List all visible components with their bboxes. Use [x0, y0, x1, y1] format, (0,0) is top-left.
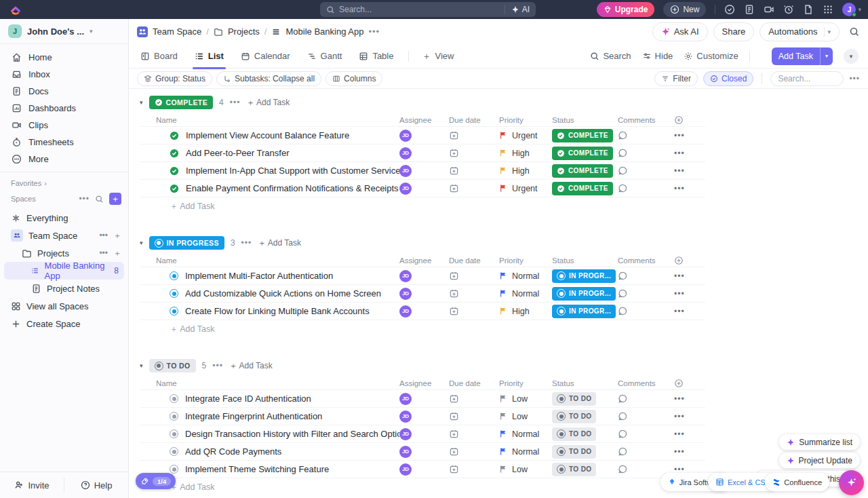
favorites-section[interactable]: Favorites › — [0, 172, 128, 189]
customize-button[interactable]: Customize — [684, 51, 738, 61]
columns-chip[interactable]: Columns — [326, 71, 382, 86]
task-row[interactable]: Implement Multi-Factor AuthenticationJDN… — [140, 267, 705, 285]
assignee-avatar[interactable]: JD — [399, 393, 412, 405]
comments-icon[interactable] — [618, 288, 674, 299]
column-header-due-date[interactable]: Due date — [449, 116, 499, 124]
group-collapse-icon[interactable]: ▾ — [140, 362, 143, 369]
clickup-logo-icon[interactable] — [9, 3, 22, 16]
assignee-avatar[interactable]: JD — [399, 446, 412, 458]
help-button[interactable]: Help — [64, 472, 128, 498]
space-add-icon[interactable]: ＋ — [113, 230, 121, 242]
apps-grid-icon[interactable] — [823, 4, 833, 15]
assignee-avatar[interactable]: JD — [399, 410, 412, 423]
column-header-name[interactable]: Name — [140, 256, 399, 265]
comments-icon[interactable] — [618, 411, 674, 421]
priority-label[interactable]: Normal — [512, 271, 539, 281]
hide-button[interactable]: Hide — [642, 51, 673, 61]
status-pill[interactable]: COMPLETE — [552, 182, 613, 195]
task-more-icon[interactable]: ••• — [674, 307, 705, 316]
group-status-badge[interactable]: IN PROGRESS — [149, 236, 224, 250]
task-status-icon[interactable] — [170, 394, 178, 403]
column-header-priority[interactable]: Priority — [499, 116, 552, 124]
group-collapse-icon[interactable]: ▾ — [140, 99, 143, 106]
onboarding-progress-button[interactable]: 1/4 — [136, 473, 176, 489]
column-header-comments[interactable]: Comments — [618, 256, 674, 265]
due-date-icon[interactable] — [449, 288, 499, 299]
due-date-icon[interactable] — [449, 130, 499, 140]
priority-label[interactable]: Low — [512, 412, 528, 421]
due-date-icon[interactable] — [449, 306, 499, 316]
add-space-button[interactable]: + — [109, 193, 121, 205]
summarize-list-button[interactable]: Summarize list — [779, 434, 860, 450]
task-status-icon[interactable] — [170, 184, 179, 193]
priority-label[interactable]: Urgent — [512, 131, 538, 140]
add-task-button[interactable]: Add Task ▾ — [772, 47, 833, 65]
ai-assistant-fab[interactable] — [839, 470, 864, 495]
status-pill[interactable]: TO DO — [552, 445, 596, 459]
task-status-icon[interactable] — [170, 412, 178, 421]
assignee-avatar[interactable]: JD — [399, 305, 412, 318]
task-more-icon[interactable]: ••• — [674, 131, 705, 140]
column-header-priority[interactable]: Priority — [499, 379, 552, 387]
task-status-icon[interactable] — [170, 465, 178, 474]
column-header-comments[interactable]: Comments — [618, 116, 674, 124]
due-date-icon[interactable] — [449, 148, 499, 158]
task-more-icon[interactable]: ••• — [674, 412, 705, 421]
spaces-search-icon[interactable] — [95, 195, 104, 204]
priority-label[interactable]: Normal — [512, 447, 539, 457]
column-header-comments[interactable]: Comments — [618, 379, 674, 387]
priority-label[interactable]: High — [512, 149, 530, 158]
filter-chip[interactable]: Filter — [654, 71, 698, 86]
column-header-status[interactable]: Status — [552, 379, 618, 387]
sidebar-item-clips[interactable]: Clips — [0, 117, 128, 134]
column-header-priority[interactable]: Priority — [499, 256, 552, 265]
task-status-icon[interactable] — [170, 149, 179, 158]
tab-calendar[interactable]: Calendar — [239, 44, 292, 69]
sidebar-item-inbox[interactable]: Inbox — [0, 66, 128, 83]
task-more-icon[interactable]: ••• — [674, 166, 705, 176]
due-date-icon[interactable] — [449, 183, 499, 193]
project-update-button[interactable]: Project Update — [779, 453, 860, 468]
closed-chip[interactable]: Closed — [703, 71, 753, 86]
add-task-row[interactable]: ＋ Add Task — [140, 478, 705, 496]
task-more-icon[interactable]: ••• — [674, 394, 705, 404]
add-view-button[interactable]: ＋ View — [420, 44, 456, 69]
task-status-icon[interactable] — [170, 447, 178, 456]
folder-more-icon[interactable]: ••• — [99, 248, 108, 258]
collapse-header-button[interactable]: ▾ — [844, 49, 859, 64]
clip-record-icon[interactable] — [764, 4, 774, 15]
task-more-icon[interactable]: ••• — [674, 149, 705, 158]
task-name[interactable]: Add QR Code Payments — [185, 446, 281, 457]
task-more-icon[interactable]: ••• — [674, 429, 705, 439]
priority-label[interactable]: Low — [512, 465, 528, 474]
comments-icon[interactable] — [618, 183, 674, 193]
group-more-icon[interactable]: ••• — [212, 361, 223, 370]
group-status-badge[interactable]: TO DO — [149, 359, 196, 372]
task-name[interactable]: Design Transaction History with Filter a… — [185, 429, 399, 439]
tab-gantt[interactable]: Gantt — [305, 44, 344, 69]
comments-icon[interactable] — [618, 446, 674, 457]
task-name[interactable]: Implement Multi-Factor Authentication — [185, 271, 333, 281]
task-status-icon[interactable] — [170, 131, 179, 140]
task-name[interactable]: Implement View Account Balance Feature — [186, 130, 349, 140]
status-pill[interactable]: IN PROGR... — [552, 287, 616, 301]
add-task-dropdown[interactable]: ▾ — [820, 47, 833, 65]
task-name[interactable]: Implement In-App Chat Support with Custo… — [186, 166, 399, 176]
tab-board[interactable]: Board — [138, 44, 180, 69]
sidebar-item-project-notes[interactable]: Project Notes — [0, 280, 128, 297]
column-header-status[interactable]: Status — [552, 256, 618, 265]
comments-icon[interactable] — [618, 130, 674, 140]
comments-icon[interactable] — [618, 148, 674, 158]
task-status-icon[interactable] — [170, 289, 178, 298]
comments-icon[interactable] — [618, 464, 674, 474]
task-more-icon[interactable]: ••• — [674, 447, 705, 457]
group-by-chip[interactable]: Group: Status — [137, 71, 212, 86]
task-status-icon[interactable] — [170, 429, 178, 438]
automations-button[interactable]: Automations ▾ — [760, 22, 840, 41]
task-row[interactable]: Implement In-App Chat Support with Custo… — [140, 162, 705, 180]
header-search-icon[interactable] — [849, 26, 860, 37]
add-column-icon[interactable] — [674, 379, 705, 388]
task-row[interactable]: Create Flow for Linking Multiple Bank Ac… — [140, 303, 705, 320]
task-name[interactable]: Integrate Fingerprint Authentication — [185, 411, 322, 421]
sidebar-item-timesheets[interactable]: Timesheets — [0, 134, 128, 151]
